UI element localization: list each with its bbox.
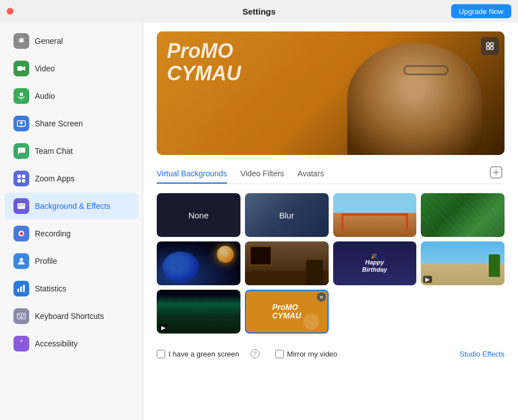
sidebar-icon-general (13, 33, 29, 49)
aurora-video-badge: ▶ (159, 324, 168, 331)
svg-rect-14 (17, 289, 19, 292)
background-blur-label: Blur (279, 211, 294, 220)
sidebar: GeneralVideoAudioShare ScreenTeam ChatZo… (0, 22, 143, 420)
promo-star-circle (303, 314, 319, 330)
svg-rect-8 (17, 179, 21, 182)
sidebar-item-accessibility[interactable]: Accessibility (4, 330, 138, 357)
svg-rect-7 (22, 175, 25, 178)
svg-point-22 (21, 340, 22, 342)
sidebar-icon-team-chat (13, 143, 29, 159)
background-room[interactable] (245, 241, 329, 285)
svg-point-13 (20, 258, 23, 262)
studio-effects-link[interactable]: Studio Effects (460, 350, 505, 358)
sidebar-item-recording[interactable]: Recording (4, 220, 138, 247)
sidebar-icon-profile (13, 253, 29, 269)
aurora-glow (157, 295, 240, 318)
sidebar-item-video[interactable]: Video (4, 55, 138, 82)
sidebar-icon-keyboard-shortcuts (13, 308, 29, 324)
background-promo[interactable]: ProMOCYMAU ✕ (245, 290, 329, 334)
background-none-label: None (188, 211, 208, 220)
promo-text: ProMOCYMAU (269, 300, 304, 324)
svg-rect-17 (17, 313, 25, 319)
sidebar-label-team-chat: Team Chat (35, 147, 73, 156)
sidebar-item-profile[interactable]: Profile (4, 248, 138, 275)
sidebar-label-accessibility: Accessibility (35, 339, 78, 348)
space-earth (162, 252, 199, 282)
tabs-row: Virtual Backgrounds Video Filters Avatar… (157, 164, 505, 184)
sidebar-item-background-effects[interactable]: Background & Effects (4, 193, 138, 220)
sidebar-icon-recording (13, 226, 29, 241)
background-birthday[interactable]: 🎉 HappyBirthday (333, 241, 417, 285)
svg-rect-16 (23, 285, 25, 292)
svg-rect-9 (22, 179, 25, 182)
sidebar-icon-statistics (13, 281, 29, 296)
content-area: ProMOCYMAU Virtual Backgrounds Video Fil… (143, 22, 518, 420)
tab-avatars[interactable]: Avatars (298, 165, 324, 184)
green-screen-label[interactable]: I have a green screen (157, 350, 239, 358)
sidebar-label-general: General (35, 36, 63, 45)
sidebar-label-recording: Recording (35, 229, 71, 238)
leaves-texture (421, 193, 505, 237)
sidebar-label-audio: Audio (35, 92, 55, 101)
svg-rect-20 (23, 314, 24, 316)
room-furniture (306, 260, 323, 285)
sidebar-item-general[interactable]: General (4, 28, 138, 54)
svg-rect-25 (487, 47, 489, 49)
tab-virtual-backgrounds[interactable]: Virtual Backgrounds (157, 165, 227, 184)
sidebar-label-video: Video (35, 64, 55, 73)
main-layout: GeneralVideoAudioShare ScreenTeam ChatZo… (0, 22, 518, 420)
window-title: Settings (242, 7, 275, 16)
svg-rect-21 (20, 317, 23, 318)
background-beach[interactable]: ▶ (421, 241, 505, 285)
sidebar-item-team-chat[interactable]: Team Chat (4, 138, 138, 165)
preview-expand-button[interactable] (481, 37, 499, 55)
upgrade-button[interactable]: Upgrade Now (451, 4, 512, 19)
background-none[interactable]: None (157, 193, 240, 237)
promo-close-button[interactable]: ✕ (317, 293, 326, 302)
svg-rect-6 (17, 175, 21, 178)
green-screen-help-icon[interactable]: ? (251, 349, 260, 358)
green-screen-checkbox[interactable] (157, 350, 165, 358)
background-blur[interactable]: Blur (245, 193, 329, 237)
background-space[interactable] (157, 241, 240, 285)
bottom-bar: I have a green screen ? Mirror my video … (157, 345, 505, 360)
svg-rect-23 (487, 43, 489, 45)
video-preview: ProMOCYMAU (157, 31, 505, 155)
mirror-video-checkbox[interactable] (275, 350, 284, 358)
sidebar-icon-video (13, 61, 29, 76)
svg-point-12 (20, 232, 23, 235)
sidebar-label-share-screen: Share Screen (35, 119, 83, 128)
background-green-leaves[interactable] (421, 193, 505, 237)
sidebar-icon-background-effects (13, 198, 29, 214)
sidebar-item-keyboard-shortcuts[interactable]: Keyboard Shortcuts (4, 303, 138, 330)
sidebar-label-background-effects: Background & Effects (35, 202, 110, 211)
sidebar-icon-audio (13, 88, 29, 104)
svg-rect-0 (17, 66, 22, 71)
background-aurora[interactable]: ▶ (157, 290, 240, 334)
backgrounds-grid: None Blur (157, 193, 505, 334)
sidebar-item-statistics[interactable]: Statistics (4, 275, 138, 302)
space-sun (217, 246, 234, 263)
sidebar-icon-share-screen (13, 116, 29, 131)
sidebar-item-share-screen[interactable]: Share Screen (4, 110, 138, 137)
birthday-text: 🎉 HappyBirthday (360, 251, 390, 276)
sidebar-icon-zoom-apps (13, 171, 29, 186)
svg-rect-15 (20, 286, 22, 292)
sidebar-item-zoom-apps[interactable]: Zoom Apps (4, 165, 138, 192)
add-background-button[interactable] (488, 164, 505, 184)
mirror-video-label[interactable]: Mirror my video (275, 350, 338, 358)
beach-palm (489, 254, 500, 277)
svg-rect-19 (21, 314, 22, 316)
sidebar-label-statistics: Statistics (35, 284, 66, 293)
title-bar: Settings Upgrade Now (0, 0, 518, 22)
background-golden-gate[interactable] (333, 193, 417, 237)
preview-person-silhouette (347, 43, 482, 155)
tab-video-filters[interactable]: Video Filters (240, 165, 284, 184)
room-window (249, 246, 272, 266)
golden-gate-bridge (341, 213, 408, 230)
sidebar-label-zoom-apps: Zoom Apps (35, 174, 75, 183)
close-traffic-light[interactable] (7, 8, 13, 15)
svg-rect-24 (490, 43, 493, 45)
preview-glasses (403, 65, 448, 75)
sidebar-item-audio[interactable]: Audio (4, 83, 138, 109)
